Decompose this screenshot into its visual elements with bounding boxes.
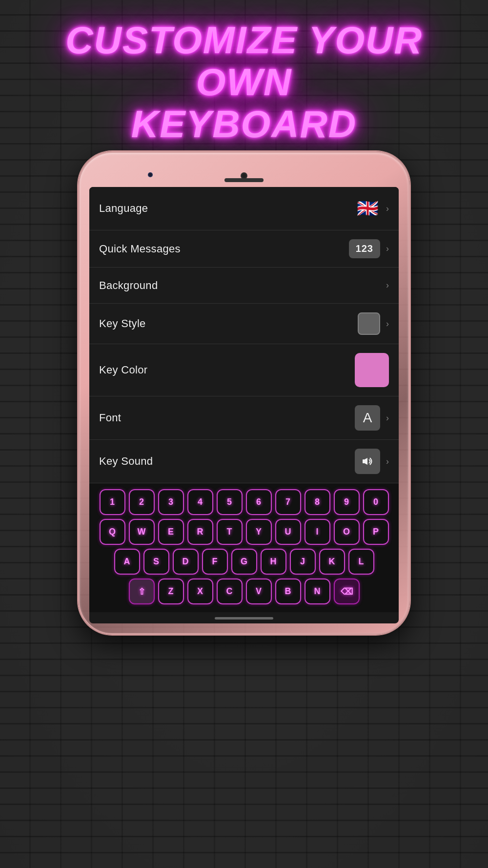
language-label: Language [99,202,148,215]
phone-top-bar [89,163,399,187]
key-b[interactable]: B [275,579,301,604]
key-l[interactable]: L [348,549,374,575]
settings-list: Language 🇬🇧 › Quick Messages 123 › [89,187,399,483]
key-shift[interactable]: ⇧ [129,579,155,604]
key-color-swatch [355,353,389,387]
background-value: › [384,280,389,290]
quick-messages-label: Quick Messages [99,243,181,255]
key-n[interactable]: N [305,579,330,604]
quick-messages-badge: 123 [349,239,380,258]
settings-item-key-color[interactable]: Key Color [89,344,399,396]
key-i[interactable]: I [305,519,330,545]
title-container: CUSTOMIZE YOUR OWN KEYBOARD [0,20,488,145]
phone-outer-shell: Language 🇬🇧 › Quick Messages 123 › [78,151,410,635]
font-chevron: › [386,413,389,423]
settings-item-language[interactable]: Language 🇬🇧 › [89,187,399,230]
key-g[interactable]: G [231,549,257,575]
svg-rect-0 [363,459,365,463]
key-k[interactable]: K [319,549,345,575]
font-preview-box: A [355,405,380,431]
key-4[interactable]: 4 [187,489,213,515]
key-c[interactable]: C [217,579,243,604]
title-line1: CUSTOMIZE YOUR [65,19,423,62]
phone-screen: Language 🇬🇧 › Quick Messages 123 › [89,187,399,623]
key-sound-icon [355,449,380,474]
key-j[interactable]: J [290,549,316,575]
key-style-value: › [358,312,389,335]
neon-title: CUSTOMIZE YOUR OWN KEYBOARD [0,20,488,145]
key-color-label: Key Color [99,364,147,376]
key-sound-chevron: › [386,456,389,467]
settings-item-key-style[interactable]: Key Style › [89,304,399,344]
key-style-label: Key Style [99,317,146,330]
key-q[interactable]: Q [100,519,125,545]
key-9[interactable]: 9 [334,489,360,515]
key-t[interactable]: T [217,519,243,545]
key-sound-label: Key Sound [99,455,153,468]
phone-bottom [89,612,399,623]
background-chevron: › [386,280,389,290]
keyboard-row-zxcv: ⇧ Z X C V B N ⌫ [93,579,395,604]
key-v[interactable]: V [246,579,272,604]
key-y[interactable]: Y [246,519,272,545]
keyboard-row-numbers: 1 2 3 4 5 6 7 8 9 0 [93,489,395,515]
key-0[interactable]: 0 [363,489,389,515]
key-u[interactable]: U [275,519,301,545]
key-6[interactable]: 6 [246,489,272,515]
title-line3: KEYBOARD [131,103,357,145]
quick-messages-chevron: › [386,244,389,254]
language-chevron: › [386,204,389,214]
key-p[interactable]: P [363,519,389,545]
key-sound-value: › [355,449,389,474]
phone-mockup: Language 🇬🇧 › Quick Messages 123 › [78,151,410,635]
font-value: A › [355,405,389,431]
front-camera-icon [148,172,153,177]
key-w[interactable]: W [129,519,155,545]
home-indicator [215,617,273,620]
key-2[interactable]: 2 [129,489,155,515]
key-f[interactable]: F [202,549,228,575]
key-d[interactable]: D [173,549,199,575]
keyboard-row-qwerty: Q W E R T Y U I O P [93,519,395,545]
key-5[interactable]: 5 [217,489,243,515]
uk-flag-icon: 🇬🇧 [355,196,380,221]
key-backspace[interactable]: ⌫ [334,579,360,604]
language-value: 🇬🇧 › [355,196,389,221]
key-8[interactable]: 8 [305,489,330,515]
key-x[interactable]: X [187,579,213,604]
key-7[interactable]: 7 [275,489,301,515]
key-s[interactable]: S [143,549,169,575]
key-r[interactable]: R [187,519,213,545]
key-z[interactable]: Z [158,579,184,604]
settings-item-font[interactable]: Font A › [89,396,399,440]
camera-dot [241,172,247,179]
keyboard-row-asdf: A S D F G H J K L [93,549,395,575]
quick-messages-value: 123 › [349,239,389,258]
key-e[interactable]: E [158,519,184,545]
title-line2: OWN [196,61,292,103]
background-label: Background [99,279,158,292]
settings-item-quick-messages[interactable]: Quick Messages 123 › [89,230,399,268]
key-h[interactable]: H [261,549,286,575]
key-o[interactable]: O [334,519,360,545]
key-style-preview-box [358,312,380,335]
key-style-chevron: › [386,319,389,329]
key-3[interactable]: 3 [158,489,184,515]
settings-item-key-sound[interactable]: Key Sound › [89,440,399,483]
font-label: Font [99,412,121,424]
key-a[interactable]: A [114,549,140,575]
key-color-value [355,353,389,387]
keyboard-area: 1 2 3 4 5 6 7 8 9 0 Q W E R T [89,483,399,612]
settings-item-background[interactable]: Background › [89,268,399,304]
key-1[interactable]: 1 [100,489,125,515]
